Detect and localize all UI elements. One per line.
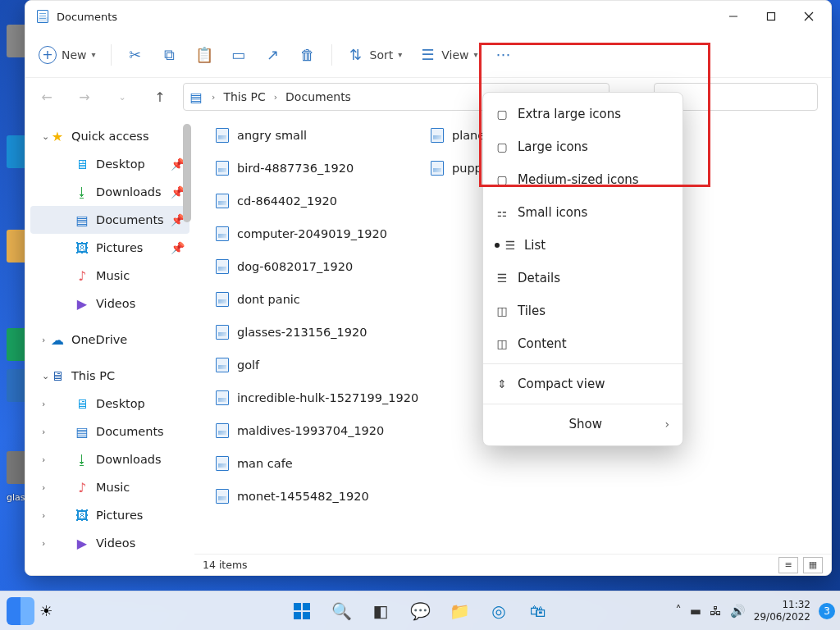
star-icon: ★: [50, 129, 65, 144]
expand-icon[interactable]: ›: [42, 510, 45, 521]
view-button[interactable]: ☰ View ▾: [410, 39, 486, 71]
expand-icon[interactable]: ›: [42, 454, 45, 465]
crumb-documents[interactable]: Documents: [285, 90, 351, 103]
forward-button[interactable]: →: [70, 82, 99, 112]
tiles-icon: ◫: [495, 304, 509, 317]
monitor-icon: ▢: [495, 140, 509, 153]
view-details-toggle[interactable]: ≡: [778, 557, 798, 573]
file-item[interactable]: monet-1455482_1920: [211, 485, 424, 508]
sidebar-item-downloads[interactable]: ⭳Downloads📌: [30, 178, 189, 206]
paste-button[interactable]: 📋: [187, 39, 221, 71]
menu-tiles[interactable]: ◫Tiles: [483, 294, 682, 327]
explorer-taskbar-button[interactable]: 📁: [443, 595, 476, 628]
monitor-icon: ▢: [495, 173, 509, 186]
file-item[interactable]: golf: [211, 354, 424, 377]
chevron-right-icon: ›: [208, 92, 218, 103]
copy-button[interactable]: ⧉: [153, 39, 187, 71]
up-button[interactable]: ↑: [145, 82, 175, 112]
sidebar-pc-downloads[interactable]: ›⭳Downloads: [30, 445, 189, 473]
menu-list[interactable]: ☰List: [483, 229, 682, 262]
expand-icon[interactable]: ›: [42, 399, 45, 409]
image-file-icon: [431, 161, 444, 176]
file-item[interactable]: cd-864402_1920: [211, 189, 424, 212]
file-item[interactable]: dont panic: [211, 288, 424, 311]
clock[interactable]: 11:32 29/06/2022: [754, 599, 810, 623]
start-button[interactable]: [285, 595, 318, 628]
sidebar-item-videos[interactable]: ▶Videos: [30, 290, 189, 317]
sidebar-quick-access[interactable]: ⌄★Quick access: [30, 122, 189, 150]
rename-button[interactable]: ▭: [221, 39, 256, 71]
file-item[interactable]: dog-6082017_1920: [211, 255, 424, 278]
expand-icon[interactable]: ›: [42, 335, 45, 345]
file-name: angry small: [237, 129, 307, 142]
sidebar-this-pc[interactable]: ⌄🖥This PC: [30, 362, 189, 390]
expand-icon[interactable]: ›: [42, 538, 45, 549]
sidebar-pc-documents[interactable]: ›▤Documents: [30, 418, 189, 445]
title-bar[interactable]: Documents: [25, 1, 831, 32]
file-item[interactable]: glasses-213156_1920: [211, 321, 424, 344]
new-button[interactable]: + New ▾: [30, 39, 104, 71]
file-item[interactable]: computer-2049019_1920: [211, 222, 424, 245]
sidebar-item-documents[interactable]: ▤Documents📌: [30, 206, 189, 234]
notification-badge[interactable]: 3: [819, 603, 835, 619]
file-item[interactable]: angry small: [211, 124, 424, 147]
sidebar-item-music[interactable]: ♪Music: [30, 262, 189, 290]
window-title: Documents: [57, 11, 117, 23]
teams-chat-button[interactable]: 💬: [404, 595, 436, 628]
expand-icon[interactable]: ›: [42, 427, 45, 437]
tray-app-icon[interactable]: ▬: [690, 604, 701, 619]
menu-details[interactable]: ☰Details: [483, 262, 682, 294]
task-view-button[interactable]: ◧: [364, 595, 397, 628]
sidebar-item-desktop[interactable]: 🖥Desktop📌: [30, 150, 189, 178]
minimize-button[interactable]: [714, 1, 752, 32]
explorer-window: Documents + New ▾ ✂ ⧉ 📋 ▭ ↗ 🗑 ⇅ Sort ▾ ☰…: [25, 0, 832, 576]
cloud-icon: ☁: [50, 332, 65, 347]
view-icons-toggle[interactable]: ▦: [803, 557, 823, 573]
widgets-button[interactable]: [7, 597, 34, 625]
recent-dropdown[interactable]: ⌄: [107, 82, 137, 112]
sidebar-pc-pictures[interactable]: ›🖼Pictures: [30, 501, 189, 529]
maximize-button[interactable]: [752, 1, 790, 32]
store-taskbar-button[interactable]: 🛍: [522, 595, 555, 628]
menu-show[interactable]: Show›: [483, 408, 682, 441]
edge-taskbar-button[interactable]: ◎: [482, 595, 515, 628]
file-item[interactable]: bird-4887736_1920: [211, 157, 424, 180]
back-button[interactable]: ←: [32, 82, 62, 112]
desktop-icon: 🖥: [75, 396, 89, 411]
network-icon[interactable]: 🖧: [710, 604, 722, 619]
menu-small-icons[interactable]: ⚏Small icons: [483, 196, 682, 229]
file-item[interactable]: incredible-hulk-1527199_1920: [211, 386, 424, 409]
menu-content[interactable]: ◫Content: [483, 327, 682, 360]
search-button[interactable]: 🔍: [325, 595, 358, 628]
sidebar-pc-videos[interactable]: ›▶Videos: [30, 529, 189, 557]
sidebar-pc-music[interactable]: ›♪Music: [30, 473, 189, 501]
expand-icon[interactable]: ›: [42, 482, 45, 493]
menu-extra-large-icons[interactable]: ▢Extra large icons: [483, 98, 682, 130]
menu-medium-icons[interactable]: ▢Medium-sized icons: [483, 163, 682, 196]
sidebar-onedrive[interactable]: ›☁OneDrive: [30, 326, 189, 354]
nav-row: ← → ⌄ ↑ ▤ › This PC › Documents ⌄ ⟳: [25, 78, 831, 116]
taskbar[interactable]: ☀ 🔍 ◧ 💬 📁 ◎ 🛍 ˄ ▬ 🖧 🔊 11:32 29/06/2022 3: [0, 591, 840, 630]
file-item[interactable]: man cafe: [211, 452, 424, 475]
image-file-icon: [216, 489, 229, 504]
tray-expand-button[interactable]: ˄: [675, 604, 682, 619]
sidebar-pc-desktop[interactable]: ›🖥Desktop: [30, 390, 189, 418]
weather-icon[interactable]: ☀: [39, 602, 52, 619]
file-name: glasses-213156_1920: [237, 326, 367, 339]
delete-button[interactable]: 🗑: [290, 39, 325, 71]
more-button[interactable]: ⋯: [486, 39, 521, 71]
collapse-icon[interactable]: ⌄: [42, 131, 49, 142]
cut-button[interactable]: ✂: [118, 39, 153, 71]
sidebar-item-pictures[interactable]: 🖼Pictures📌: [30, 234, 189, 262]
crumb-this-pc[interactable]: This PC: [223, 90, 265, 103]
menu-compact-view[interactable]: ⇕Compact view: [483, 368, 682, 400]
menu-large-icons[interactable]: ▢Large icons: [483, 130, 682, 163]
file-item[interactable]: maldives-1993704_1920: [211, 419, 424, 442]
time: 11:32: [754, 599, 810, 610]
chevron-down-icon: ▾: [474, 50, 478, 59]
volume-icon[interactable]: 🔊: [730, 604, 746, 619]
sort-button[interactable]: ⇅ Sort ▾: [339, 39, 411, 71]
close-button[interactable]: [790, 1, 828, 32]
collapse-icon[interactable]: ⌄: [42, 371, 49, 381]
share-button[interactable]: ↗: [256, 39, 290, 71]
